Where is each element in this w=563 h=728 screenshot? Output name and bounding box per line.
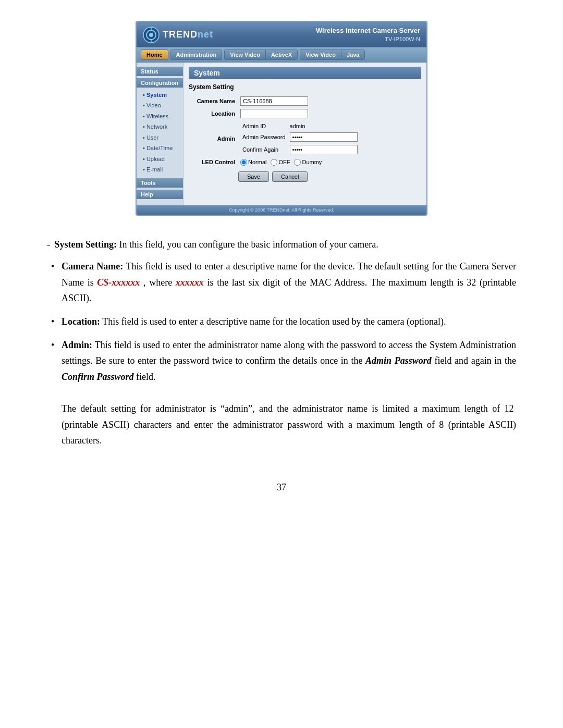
ui-header-right: Wireless Internet Camera Server TV-IP100…: [316, 26, 420, 44]
camera-name-row: Camera Name: [189, 95, 421, 107]
led-off-radio[interactable]: [271, 159, 277, 166]
led-off-option[interactable]: OFF: [271, 159, 290, 166]
nav-activex-btn[interactable]: ActiveX: [266, 50, 297, 59]
bullet-list: Camera Name: This field is used to enter…: [47, 258, 516, 449]
sidebar-item-wireless[interactable]: Wireless: [137, 111, 183, 122]
ui-footer: Copyright © 2006 TRENDnet. All Rights Re…: [137, 205, 426, 215]
confirm-again-label: Confirm Again: [240, 143, 288, 156]
sidebar-item-video[interactable]: Video: [137, 100, 183, 111]
section-header: System Setting: [189, 83, 421, 91]
confirm-again-input[interactable]: [290, 145, 358, 154]
svg-point-2: [149, 33, 153, 37]
bullet-location: Location: This field is used to enter a …: [47, 314, 516, 330]
led-normal-radio[interactable]: [240, 159, 247, 166]
admin-row: Admin Admin ID admin Admin: [189, 120, 421, 157]
product-title: Wireless Internet Camera Server: [316, 26, 420, 35]
led-dummy-option[interactable]: Dummy: [294, 159, 322, 166]
camera-name-text2: , where: [143, 277, 176, 288]
cs-xxxxxx-text: CS-xxxxxx: [97, 277, 140, 288]
admin-term: Admin:: [62, 340, 92, 350]
admin-password-term: Admin Password: [365, 355, 432, 366]
system-form-table: Camera Name Location Admin: [189, 95, 421, 167]
nav-view-video-java-group: View Video Java: [300, 50, 365, 60]
ui-nav: Home Administration View Video ActiveX V…: [137, 47, 426, 63]
nav-view-video-activex-group: View Video ActiveX: [224, 50, 298, 60]
save-button[interactable]: Save: [238, 171, 269, 182]
cancel-button[interactable]: Cancel: [272, 171, 308, 182]
admin-sub-table: Admin ID admin Admin Password: [240, 121, 360, 156]
location-label: Location: [189, 107, 238, 120]
location-input[interactable]: [240, 109, 308, 118]
sidebar-item-email[interactable]: E-mail: [137, 164, 183, 175]
led-control-label: LED Control: [189, 157, 238, 167]
camera-name-label: Camera Name: [189, 95, 238, 107]
nav-view-video-java-btn[interactable]: View Video: [300, 50, 341, 59]
screenshot-area: TRENDnet Wireless Internet Camera Server…: [0, 0, 563, 231]
intro-text: In this field, you can configure the bas…: [119, 239, 378, 250]
sidebar-tools-label: Tools: [137, 178, 183, 188]
ui-main: Status Configuration System Video Wirele…: [137, 63, 426, 205]
sidebar-status-label: Status: [137, 67, 183, 76]
bullet-camera-name: Camera Name: This field is used to enter…: [47, 258, 516, 306]
camera-ui-panel: TRENDnet Wireless Internet Camera Server…: [136, 21, 427, 216]
sidebar-item-datetime[interactable]: Date/Time: [137, 143, 183, 154]
sidebar-item-user[interactable]: User: [137, 132, 183, 143]
nav-home-btn[interactable]: Home: [141, 50, 168, 60]
page-number: 37: [0, 477, 563, 509]
admin-continuation: The default setting for administrator is…: [62, 403, 516, 446]
nav-java-btn[interactable]: Java: [341, 50, 364, 59]
admin-id-label: Admin ID: [240, 121, 288, 131]
intro-bold: System Setting:: [55, 239, 117, 250]
sidebar-configuration-label: Configuration: [137, 78, 183, 88]
ui-logo: TRENDnet: [143, 27, 213, 43]
admin-id-value: admin: [290, 123, 305, 129]
content-title: System: [189, 67, 421, 79]
logo-text: TRENDnet: [163, 29, 213, 40]
led-control-radio-group: Normal OFF Dummy: [240, 159, 419, 166]
confirm-password-term: Confirm Password: [62, 372, 134, 382]
sidebar-item-network[interactable]: Network: [137, 121, 183, 132]
nav-view-video-activex-btn[interactable]: View Video: [225, 50, 266, 59]
led-normal-option[interactable]: Normal: [240, 159, 266, 166]
led-normal-label: Normal: [248, 159, 266, 165]
led-dummy-label: Dummy: [302, 159, 322, 165]
intro-paragraph: - System Setting: In this field, you can…: [47, 237, 516, 253]
location-term: Location:: [62, 316, 100, 327]
location-row: Location: [189, 107, 421, 120]
location-text: This field is used to enter a descriptiv…: [102, 316, 446, 327]
led-control-row: LED Control Normal OFF: [189, 157, 421, 167]
doc-content: - System Setting: In this field, you can…: [0, 231, 563, 477]
intro-dash: -: [47, 239, 50, 250]
admin-password-row: Admin Password: [240, 131, 360, 143]
ui-header: TRENDnet Wireless Internet Camera Server…: [137, 22, 426, 47]
ui-content: System System Setting Camera Name Locati…: [183, 63, 426, 205]
camera-name-term: Camera Name:: [62, 261, 123, 272]
admin-label: Admin: [189, 120, 238, 157]
xxxxxx-text: xxxxxx: [176, 277, 204, 288]
admin-text3: field.: [136, 372, 156, 382]
product-model: TV-IP100W-N: [316, 35, 420, 43]
form-button-row: Save Cancel: [189, 171, 421, 182]
led-dummy-radio[interactable]: [294, 159, 301, 166]
camera-name-input[interactable]: [240, 96, 308, 106]
admin-password-label: Admin Password: [240, 131, 288, 143]
admin-text2: field and again in the: [434, 355, 516, 366]
confirm-again-row: Confirm Again: [240, 143, 360, 156]
sidebar-item-upload[interactable]: Upload: [137, 154, 183, 165]
ui-sidebar: Status Configuration System Video Wirele…: [137, 63, 183, 205]
sidebar-help-label: Help: [137, 190, 183, 199]
admin-id-row: Admin ID admin: [240, 121, 360, 131]
admin-password-input[interactable]: [290, 132, 358, 142]
bullet-admin: Admin: This field is used to enter the a…: [47, 337, 516, 449]
sidebar-item-system[interactable]: System: [137, 90, 183, 101]
trendnet-logo-icon: [143, 27, 160, 43]
nav-administration-btn[interactable]: Administration: [170, 50, 223, 60]
led-off-label: OFF: [278, 159, 290, 165]
